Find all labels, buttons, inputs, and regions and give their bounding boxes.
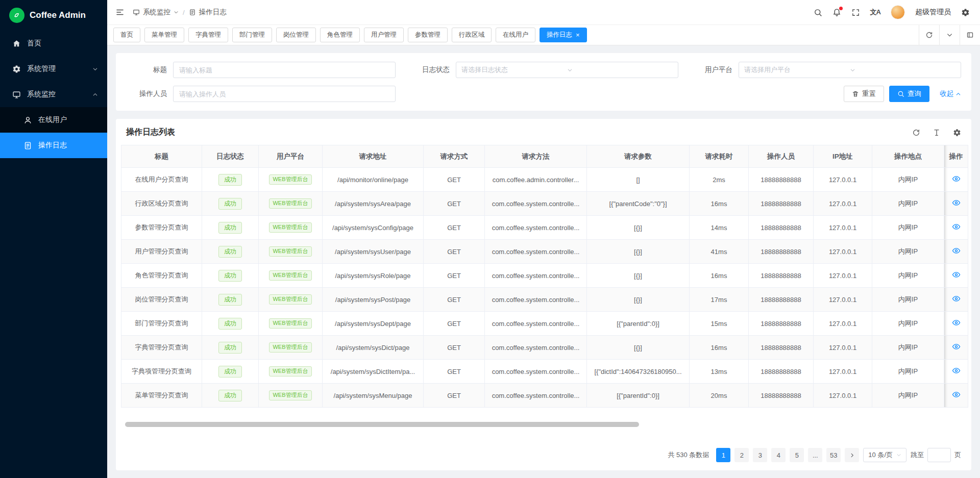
sidebar-item-label: 首页 — [27, 39, 41, 48]
page-button-5[interactable]: 5 — [790, 448, 804, 462]
tabs-expand-icon[interactable] — [960, 25, 980, 45]
tab-角色管理[interactable]: 角色管理 — [320, 28, 360, 42]
log-icon — [189, 9, 196, 16]
tab-字典管理[interactable]: 字典管理 — [188, 28, 228, 42]
cell-request-function: com.coffee.system.controlle... — [485, 288, 587, 312]
log-list-card: 操作日志列表 标题日志状态用户平台请求地址请求方式请求方法请求参数请求耗 — [116, 119, 971, 470]
search-icon[interactable] — [814, 8, 822, 17]
table-refresh-icon[interactable] — [912, 129, 920, 137]
page-ellipsis[interactable]: ... — [808, 448, 822, 462]
tab-菜单管理[interactable]: 菜单管理 — [144, 28, 184, 42]
avatar[interactable] — [891, 5, 905, 19]
jump-input[interactable] — [927, 448, 951, 462]
platform-tag: WEB管理后台 — [269, 390, 311, 400]
table-row: 参数管理分页查询成功WEB管理后台/api/system/sysConfig/p… — [121, 216, 968, 240]
page-button-1[interactable]: 1 — [716, 448, 730, 462]
next-page-button[interactable] — [845, 448, 859, 462]
cell-platform: WEB管理后台 — [259, 336, 323, 360]
operator-input[interactable] — [173, 86, 396, 102]
platform-tag: WEB管理后台 — [269, 198, 311, 209]
view-detail-eye-icon[interactable] — [952, 294, 961, 303]
tab-在线用户[interactable]: 在线用户 — [496, 28, 535, 42]
platform-select[interactable]: 请选择用户平台 — [739, 62, 961, 78]
cell-status: 成功 — [202, 360, 259, 384]
view-detail-eye-icon[interactable] — [952, 222, 961, 231]
cell-request-method: GET — [424, 384, 485, 408]
tab-close-icon[interactable]: × — [576, 32, 580, 38]
tab-岗位管理[interactable]: 岗位管理 — [276, 28, 316, 42]
cell-duration: 16ms — [690, 192, 749, 216]
table-row: 岗位管理分页查询成功WEB管理后台/api/system/sysPost/pag… — [121, 288, 968, 312]
cell-location: 内网IP — [872, 192, 944, 216]
page-button-2[interactable]: 2 — [734, 448, 749, 462]
tab-部门管理[interactable]: 部门管理 — [232, 28, 272, 42]
filter-status-item: 日志状态 请选择日志状态 — [409, 62, 678, 78]
breadcrumb-item-monitor[interactable]: 系统监控 — [133, 8, 179, 17]
page-button-3[interactable]: 3 — [753, 448, 767, 462]
status-tag: 成功 — [218, 342, 242, 354]
cell-platform: WEB管理后台 — [259, 288, 323, 312]
view-detail-eye-icon[interactable] — [952, 342, 961, 351]
tab-label: 参数管理 — [415, 31, 440, 39]
status-tag: 成功 — [218, 318, 242, 330]
jump-label: 跳至 — [911, 450, 924, 460]
cell-request-method: GET — [424, 312, 485, 336]
settings-gear-icon[interactable] — [961, 8, 970, 17]
username[interactable]: 超级管理员 — [915, 8, 951, 17]
page-button-4[interactable]: 4 — [771, 448, 786, 462]
query-button[interactable]: 查询 — [889, 86, 929, 102]
cell-request-url: /api/system/sysPost/page — [323, 288, 424, 312]
collapse-link[interactable]: 收起 — [940, 89, 961, 98]
platform-tag: WEB管理后台 — [269, 246, 311, 257]
view-detail-eye-icon[interactable] — [952, 270, 961, 279]
reset-button[interactable]: 重置 — [844, 86, 884, 102]
tab-label: 岗位管理 — [283, 31, 309, 39]
view-detail-eye-icon[interactable] — [952, 390, 961, 399]
platform-tag: WEB管理后台 — [269, 270, 311, 281]
view-detail-eye-icon[interactable] — [952, 198, 961, 207]
cell-request-method: GET — [424, 240, 485, 264]
page-size-select[interactable]: 10 条/页 — [863, 448, 906, 462]
view-detail-eye-icon[interactable] — [952, 318, 961, 327]
menu-fold-icon[interactable] — [115, 8, 125, 17]
view-detail-eye-icon[interactable] — [952, 174, 961, 183]
sidebar-item-online-users[interactable]: 在线用户 — [0, 107, 107, 133]
sidebar-item-home[interactable]: 首页 — [0, 31, 107, 56]
cell-location: 内网IP — [872, 336, 944, 360]
tabs-dropdown-icon[interactable] — [939, 25, 960, 45]
tab-用户管理[interactable]: 用户管理 — [364, 28, 404, 42]
platform-select-placeholder: 请选择用户平台 — [744, 65, 850, 74]
table-row: 角色管理分页查询成功WEB管理后台/api/system/sysRole/pag… — [121, 264, 968, 288]
tab-首页[interactable]: 首页 — [113, 28, 140, 42]
cell-platform: WEB管理后台 — [259, 192, 323, 216]
sidebar-submenu: 在线用户 操作日志 — [0, 107, 107, 158]
tabs-refresh-icon[interactable] — [919, 25, 939, 45]
cell-status: 成功 — [202, 240, 259, 264]
fullscreen-icon[interactable] — [851, 8, 860, 17]
user-icon — [23, 116, 32, 124]
notification-dot — [839, 7, 843, 10]
main-area: 系统监控 / 操作日志 文A 超级管理员 — [107, 0, 980, 478]
column-settings-gear-icon[interactable] — [953, 129, 961, 137]
column-header: 请求方法 — [485, 145, 587, 168]
sidebar-item-system-management[interactable]: 系统管理 — [0, 56, 107, 82]
page-button-53[interactable]: 53 — [826, 448, 841, 462]
pagination-total: 共 530 条数据 — [668, 450, 709, 460]
cell-request-url: /api/system/sysConfig/page — [323, 216, 424, 240]
scrollbar-thumb[interactable] — [125, 422, 639, 427]
tab-操作日志[interactable]: 操作日志× — [540, 28, 587, 42]
sidebar-item-system-monitor[interactable]: 系统监控 — [0, 82, 107, 107]
status-select[interactable]: 请选择日志状态 — [456, 62, 678, 78]
column-height-icon[interactable] — [933, 129, 941, 137]
cell-operator: 18888888888 — [749, 384, 814, 408]
cell-ip: 127.0.0.1 — [814, 192, 872, 216]
title-input[interactable] — [173, 62, 396, 78]
view-detail-eye-icon[interactable] — [952, 246, 961, 255]
table-tools — [912, 129, 961, 137]
sidebar-item-operation-log[interactable]: 操作日志 — [0, 133, 107, 158]
translate-icon[interactable]: 文A — [870, 8, 880, 17]
tab-行政区域[interactable]: 行政区域 — [452, 28, 492, 42]
tab-参数管理[interactable]: 参数管理 — [408, 28, 448, 42]
view-detail-eye-icon[interactable] — [952, 366, 961, 375]
notification-bell[interactable] — [832, 8, 841, 17]
